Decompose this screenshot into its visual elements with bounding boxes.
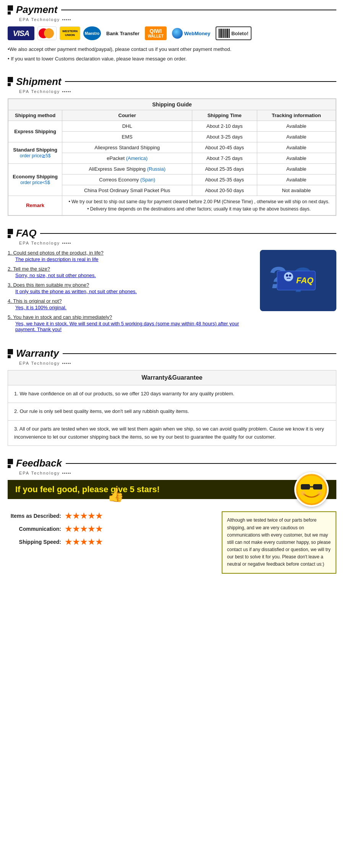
- warranty-item-3: 3. All of our parts are tested when we s…: [8, 421, 336, 446]
- header-square-large: [8, 5, 13, 11]
- faq-header-squares: [8, 229, 13, 238]
- method-standard: Standard Shipping order price≧5$: [8, 142, 62, 163]
- boleto-logo: Boleto!: [216, 26, 252, 40]
- tracking-epacket: Available: [257, 153, 336, 163]
- faq-title: FAQ: [16, 227, 36, 239]
- faq-a3: It only suits the phone as written, not …: [15, 289, 252, 294]
- emoji-svg: [296, 474, 327, 505]
- rating-stars-items: ★★★★★: [65, 511, 103, 520]
- table-main-title: Shipping Guide: [8, 99, 336, 110]
- faq-container: 1. Could send photos of the product, in …: [8, 250, 336, 336]
- method-express: Express Shipping: [8, 121, 62, 142]
- shipping-table: Shipping Guide Shipping method Courier S…: [8, 99, 336, 215]
- svg-point-5: [286, 274, 288, 277]
- courier-ems: EMS: [62, 131, 192, 142]
- warranty-table-title: Warranty&Guarantee: [8, 370, 336, 385]
- feedback-section: Feedback EPA Technology ••••• If you fee…: [0, 454, 344, 581]
- visa-logo: VISA: [8, 26, 34, 40]
- warranty-item-1: 1. We have confidence on all of our prod…: [8, 385, 336, 403]
- svg-rect-11: [313, 484, 322, 489]
- rating-row-shipping: Shipping Speed: ★★★★★: [8, 537, 214, 547]
- faq-q5: 5. You have in stock and can ship immedi…: [8, 314, 252, 320]
- payment-header-line: [61, 10, 336, 10]
- method-economy: Economy Shipping order price<5$: [8, 163, 62, 196]
- table-title-row: Shipping Guide: [8, 99, 336, 110]
- rating-row-items: Items as Described: ★★★★★: [8, 511, 214, 520]
- svg-rect-10: [301, 484, 310, 489]
- feedback-banner: If you feel good, please give 5 stars!: [8, 480, 336, 499]
- time-correos: About 25-35 days: [192, 174, 257, 185]
- bank-transfer-logo: Bank Transfer: [104, 26, 142, 40]
- col-time: Shipping Time: [192, 110, 257, 121]
- faq-q1: 1. Could send photos of the product, in …: [8, 250, 252, 256]
- faq-item-4: 4. This is original or not? Yes, it is 1…: [8, 298, 252, 310]
- feedback-square-large: [8, 459, 13, 464]
- warranty-table: Warranty&Guarantee 1. We have confidence…: [8, 370, 336, 446]
- faq-illustration: ? ? FAQ: [260, 250, 336, 311]
- table-col-headers: Shipping method Courier Shipping Time Tr…: [8, 110, 336, 121]
- svg-point-13: [301, 491, 305, 496]
- faq-a1: The picture in description is real in li…: [15, 256, 252, 262]
- rating-label-items: Items as Described:: [8, 513, 61, 519]
- mastercard-logo: [37, 26, 57, 40]
- faq-a4: Yes, it is 100% original.: [15, 305, 252, 310]
- courier-china-post: China Post Ordinary Small Packet Plus: [62, 185, 192, 196]
- feedback-header-line: [66, 463, 336, 464]
- rating-row-communication: Communication: ★★★★★: [8, 524, 214, 534]
- feedback-header-squares: [8, 459, 13, 468]
- tracking-correos: Available: [257, 174, 336, 185]
- shipment-header: Shipment: [8, 76, 336, 88]
- rating-label-shipping: Shipping Speed:: [8, 539, 61, 545]
- faq-square-large: [8, 229, 13, 234]
- tracking-ems: Available: [257, 131, 336, 142]
- faq-image-area: ? ? FAQ: [260, 250, 336, 311]
- warranty-item-2: 2. Our rule is only sell best quality it…: [8, 403, 336, 421]
- feedback-header: Feedback: [8, 457, 336, 469]
- table-row: Economy Shipping order price<5$ AliExpre…: [8, 163, 336, 174]
- shipment-section: Shipment EPA Technology ••••• Shipping G…: [0, 72, 344, 224]
- feedback-square-small: [8, 465, 11, 468]
- shipment-square-large: [8, 77, 13, 82]
- warranty-epa-label: EPA Technology •••••: [19, 361, 336, 365]
- faq-a2: Sorry, no size, not suit other phones.: [15, 272, 252, 278]
- tracking-china-post: Not available: [257, 185, 336, 196]
- courier-save: AliExpress Save Shipping (Russia): [62, 163, 192, 174]
- payment-notes: •We also accept other payment method(pay…: [8, 45, 336, 64]
- warranty-header-squares: [8, 349, 13, 358]
- courier-epacket: ePacket (America): [62, 153, 192, 163]
- tracking-aliexpress: Available: [257, 142, 336, 153]
- courier-aliexpress: Aliexpress Standard Shipping: [62, 142, 192, 153]
- header-square-small: [8, 11, 11, 15]
- payment-header-squares: [8, 5, 13, 15]
- tracking-save: Available: [257, 163, 336, 174]
- table-row: Standard Shipping order price≧5$ Aliexpr…: [8, 142, 336, 153]
- payment-note1: •We also accept other payment method(pay…: [8, 45, 336, 54]
- shipment-header-line: [65, 81, 336, 82]
- time-epacket: About 7-25 days: [192, 153, 257, 163]
- faq-item-5: 5. You have in stock and can ship immedi…: [8, 314, 252, 332]
- warranty-title: Warranty: [16, 348, 59, 359]
- feedback-banner-container: If you feel good, please give 5 stars!: [8, 480, 336, 499]
- qiwi-logo: QIWI WALLET: [145, 26, 167, 40]
- time-aliexpress: About 20-45 days: [192, 142, 257, 153]
- rating-label-communication: Communication:: [8, 526, 61, 532]
- faq-q2: 2. Tell me the size?: [8, 266, 252, 272]
- shipment-square-small: [8, 83, 11, 86]
- faq-section: FAQ EPA Technology ••••• 1. Could send p…: [0, 224, 344, 344]
- payment-section: Payment EPA Technology ••••• VISA WESTER…: [0, 0, 344, 72]
- payment-title: Payment: [16, 4, 57, 16]
- warranty-header-line: [63, 353, 336, 354]
- thumbs-up-icon: 👍: [107, 487, 124, 503]
- faq-square-small: [8, 235, 11, 238]
- feedback-note: Although we tested twice of our parts be…: [222, 511, 336, 573]
- feedback-emoji: [294, 472, 329, 507]
- faq-svg: ? ? FAQ: [260, 250, 336, 311]
- faq-q4: 4. This is original or not?: [8, 298, 252, 304]
- feedback-epa-label: EPA Technology •••••: [19, 471, 336, 475]
- maestro-logo: Maestro: [83, 26, 101, 40]
- shipping-table-wrapper: Shipping Guide Shipping method Courier S…: [8, 98, 336, 216]
- svg-point-9: [297, 475, 326, 504]
- table-row-remark: Remark • We try our best to ship out sam…: [8, 196, 336, 215]
- time-dhl: About 2-10 days: [192, 121, 257, 131]
- rating-stars-shipping: ★★★★★: [65, 537, 103, 547]
